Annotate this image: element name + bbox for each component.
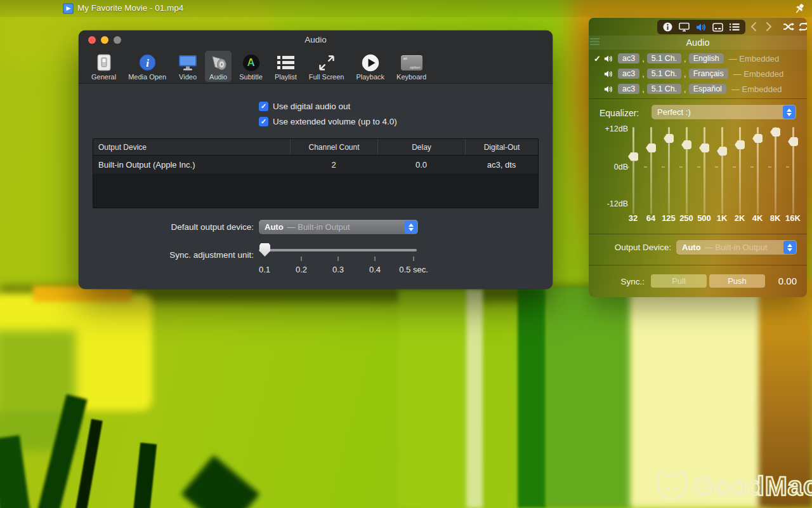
checkbox-row[interactable]: ✓Use extended volume (up to 4.0)	[259, 116, 397, 127]
table-header-cell[interactable]: Output Device	[93, 139, 290, 155]
equalizer-preset-select[interactable]: Perfect :)	[652, 105, 796, 119]
media-open-icon: i	[139, 53, 156, 72]
toolbar-item-general[interactable]: General	[87, 51, 121, 82]
checkbox[interactable]: ✓	[259, 117, 268, 126]
toolbar-item-audio[interactable]: Audio	[205, 51, 232, 82]
eq-band-track[interactable]	[704, 127, 705, 214]
eq-band-track[interactable]	[650, 127, 652, 214]
display-icon[interactable]	[679, 22, 690, 32]
stepper-icon	[405, 220, 417, 234]
output-device-select[interactable]: Auto — Built-in Output	[676, 240, 797, 255]
titlebar[interactable]: Audio	[79, 30, 553, 50]
shuffle-icon[interactable]	[783, 22, 792, 32]
eq-band-track[interactable]	[739, 127, 741, 214]
track-codec-badge: ac3	[618, 69, 639, 79]
playlist-panel-icon[interactable]	[730, 23, 740, 31]
general-icon	[96, 53, 112, 72]
table-header-cell[interactable]: Channel Count	[290, 139, 377, 155]
desktop: My Favorite Movie - 01.mp4 Audio General…	[0, 0, 812, 508]
toolbar-item-playback[interactable]: Playback	[351, 51, 389, 82]
checkbox-label: Use digital audio out	[273, 102, 350, 111]
audio-track-row[interactable]: ac3,5.1 Ch.,Español— Embedded	[589, 81, 807, 97]
playback-icon	[362, 53, 379, 72]
toolbar-item-video[interactable]: Video	[174, 51, 202, 82]
dropdown-value: Perfect :)	[657, 107, 691, 117]
speaker-icon	[604, 69, 613, 81]
toolbar-item-keyboard[interactable]: altoptionKeyboard	[392, 51, 431, 82]
table-header-cell[interactable]: Delay	[377, 139, 465, 155]
eq-db-label: 0dB	[589, 163, 628, 171]
eq-zero-tick	[697, 166, 700, 168]
subtitle-icon: A	[243, 53, 259, 72]
audio-track-icon[interactable]	[696, 23, 706, 32]
toolbar-item-full-screen[interactable]: Full Screen	[304, 51, 349, 82]
eq-band-track[interactable]	[632, 127, 634, 214]
output-device-label: Output Device:	[589, 243, 671, 252]
audio-track-row[interactable]: ac3,5.1 Ch.,Français— Embedded	[589, 66, 807, 81]
toolbar-item-media-open[interactable]: iMedia Open	[124, 51, 171, 82]
pin-icon[interactable]	[793, 3, 806, 15]
toolbar-item-label: Full Screen	[309, 73, 344, 81]
track-codec-badge: ac3	[618, 84, 639, 94]
toolbar-item-label: General	[91, 73, 116, 81]
checkbox[interactable]: ✓	[259, 102, 268, 111]
preferences-window: Audio GeneraliMedia OpenVideoAudioASubti…	[79, 30, 553, 289]
dropdown-value: Auto	[265, 222, 284, 232]
slider-tick	[413, 257, 414, 261]
output-device-table[interactable]: Output DeviceChannel CountDelayDigital-O…	[93, 138, 539, 208]
eq-band-track[interactable]	[686, 127, 688, 214]
audio-control-panel: Audio ✓ac3,5.1 Ch.,English— Embeddedac3,…	[589, 18, 807, 297]
track-channels-badge: 5.1 Ch.	[647, 69, 681, 79]
eq-band-track[interactable]	[721, 127, 723, 214]
checkbox-row[interactable]: ✓Use digital audio out	[259, 100, 397, 112]
sync-slider-track[interactable]	[259, 249, 417, 251]
dropdown-suffix: — Built-in Output	[705, 243, 768, 252]
table-cell: Built-in Output (Apple Inc.)	[93, 160, 290, 170]
track-description: ac3,5.1 Ch.,Français— Embedded	[618, 69, 783, 79]
eq-zero-tick	[733, 166, 736, 168]
track-language-badge: Español	[689, 84, 726, 94]
separator: ,	[684, 69, 686, 79]
window-title: Audio	[79, 35, 553, 44]
repeat-icon[interactable]	[798, 22, 807, 32]
track-codec-badge: ac3	[618, 53, 639, 64]
prefs-toolbar: GeneraliMedia OpenVideoAudioASubtitlePla…	[79, 50, 553, 84]
eq-zero-tick	[786, 166, 789, 168]
goodmac-watermark: GoodMac	[653, 469, 812, 504]
toolbar-item-subtitle[interactable]: ASubtitle	[235, 51, 267, 82]
info-icon[interactable]	[663, 22, 672, 32]
table-body: Built-in Output (Apple Inc.)20.0ac3, dts	[93, 156, 538, 173]
sync-pull-button[interactable]: Pull	[651, 274, 707, 288]
default-output-select[interactable]: Auto — Built-in Output	[259, 220, 418, 234]
subtitle-panel-icon[interactable]	[712, 23, 723, 32]
table-row[interactable]: Built-in Output (Apple Inc.)20.0ac3, dts	[93, 156, 538, 173]
eq-zero-tick	[750, 166, 754, 168]
full-screen-icon	[318, 53, 335, 72]
menubar-title: My Favorite Movie - 01.mp4	[77, 3, 183, 13]
wallpaper-blob	[466, 289, 483, 508]
toolbar-item-playlist[interactable]: Playlist	[270, 51, 301, 82]
next-icon[interactable]	[765, 22, 774, 32]
video-icon	[178, 53, 197, 72]
eq-zero-tick	[662, 166, 665, 168]
sync-push-button[interactable]: Push	[709, 274, 765, 288]
track-language-badge: Français	[689, 69, 728, 79]
sync-slider-thumb[interactable]	[259, 243, 270, 257]
table-header-cell[interactable]: Digital-Out	[465, 139, 538, 155]
stepper-icon	[783, 241, 796, 254]
separator: ,	[642, 69, 645, 79]
audio-track-row[interactable]: ✓ac3,5.1 Ch.,English— Embedded	[589, 51, 807, 66]
cat-logo-icon	[653, 469, 690, 504]
sync-unit-label: Sync. adjustment unit:	[79, 250, 254, 260]
track-origin: — Embedded	[729, 54, 780, 64]
separator: ,	[642, 54, 645, 64]
eq-band-track[interactable]	[775, 127, 776, 214]
dropdown-suffix: — Built-in Output	[287, 222, 350, 232]
previous-icon[interactable]	[750, 22, 759, 32]
sync-label: Sync.:	[589, 277, 645, 286]
menubar: My Favorite Movie - 01.mp4	[0, 0, 812, 17]
slider-tick-label: 0.5 sec.	[388, 265, 439, 274]
track-description: ac3,5.1 Ch.,English— Embedded	[618, 53, 779, 64]
separator: ,	[684, 84, 686, 94]
panel-divider	[589, 234, 807, 234]
